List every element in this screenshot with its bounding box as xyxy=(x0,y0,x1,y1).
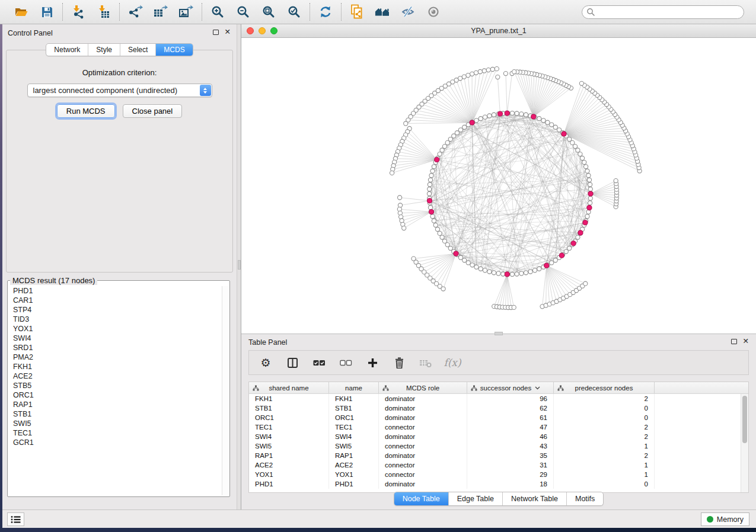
network-node[interactable] xyxy=(458,128,462,132)
tab-style[interactable]: Style xyxy=(88,44,120,56)
table-cell[interactable]: SWI5 xyxy=(329,441,379,451)
network-node[interactable] xyxy=(402,226,406,230)
select-all-button[interactable] xyxy=(312,355,326,370)
mcds-hub-node[interactable] xyxy=(544,263,549,268)
splitter-handle[interactable] xyxy=(238,260,241,270)
network-node[interactable] xyxy=(490,67,495,71)
network-node[interactable] xyxy=(576,235,580,239)
network-node[interactable] xyxy=(428,187,432,191)
mcds-result-item[interactable]: YOX1 xyxy=(8,324,221,334)
table-cell[interactable]: YOX1 xyxy=(249,470,329,479)
network-node[interactable] xyxy=(428,206,432,210)
table-cell[interactable]: PHD1 xyxy=(249,479,329,489)
network-node[interactable] xyxy=(487,270,492,274)
table-cell[interactable]: 2 xyxy=(554,432,655,441)
mcds-hub-node[interactable] xyxy=(562,132,566,136)
mcds-hub-node[interactable] xyxy=(435,157,439,162)
mcds-hub-node[interactable] xyxy=(559,253,564,258)
tab-edge-table[interactable]: Edge Table xyxy=(448,492,502,505)
network-node[interactable] xyxy=(432,165,436,169)
network-node[interactable] xyxy=(528,270,532,274)
network-node[interactable] xyxy=(515,111,519,116)
tab-network-table[interactable]: Network Table xyxy=(502,492,566,505)
close-panel-icon[interactable]: ✕ xyxy=(225,27,231,36)
network-node[interactable] xyxy=(570,140,575,145)
task-history-button[interactable] xyxy=(7,512,24,526)
refresh-view-button[interactable] xyxy=(318,4,333,20)
network-node[interactable] xyxy=(583,165,588,169)
network-node[interactable] xyxy=(483,115,487,119)
table-cell[interactable]: STB1 xyxy=(249,403,329,413)
network-node[interactable] xyxy=(448,137,452,141)
mcds-result-item[interactable]: SRD1 xyxy=(8,343,221,352)
network-node[interactable] xyxy=(588,201,592,205)
network-node[interactable] xyxy=(588,196,592,200)
mcds-hub-node[interactable] xyxy=(454,251,458,256)
network-node[interactable] xyxy=(519,271,524,275)
network-node[interactable] xyxy=(579,81,583,85)
table-scrollbar-thumb[interactable] xyxy=(742,396,747,443)
network-node[interactable] xyxy=(537,267,541,271)
import-network-button[interactable] xyxy=(71,4,86,20)
network-node[interactable] xyxy=(428,182,432,187)
network-node[interactable] xyxy=(580,156,584,160)
network-node[interactable] xyxy=(578,152,582,156)
tab-select[interactable]: Select xyxy=(120,44,155,56)
open-file-button[interactable] xyxy=(14,4,29,20)
table-cell[interactable]: 2 xyxy=(554,451,655,460)
table-cell[interactable]: ORC1 xyxy=(249,413,329,422)
table-cell[interactable]: 43 xyxy=(467,441,554,451)
table-cell[interactable]: connector xyxy=(379,441,467,451)
close-panel-button[interactable]: Close panel xyxy=(123,104,183,118)
network-node[interactable] xyxy=(466,261,470,265)
mcds-hub-node[interactable] xyxy=(505,111,509,116)
mcds-result-item[interactable]: STB1 xyxy=(8,409,221,419)
network-node[interactable] xyxy=(438,231,442,235)
table-row[interactable]: ORC1ORC1dominator610 xyxy=(249,413,748,422)
network-node[interactable] xyxy=(441,287,445,291)
network-node[interactable] xyxy=(553,258,557,262)
mcds-result-item[interactable]: SWI4 xyxy=(8,334,221,343)
export-image-button[interactable] xyxy=(178,4,194,20)
network-node[interactable] xyxy=(438,152,442,156)
table-cell[interactable]: 1 xyxy=(554,460,655,470)
table-row[interactable]: FKH1FKH1dominator962 xyxy=(249,394,748,403)
network-node[interactable] xyxy=(390,171,394,175)
network-node[interactable] xyxy=(553,125,557,129)
table-cell[interactable]: dominator xyxy=(379,413,467,422)
network-node[interactable] xyxy=(427,191,431,196)
network-node[interactable] xyxy=(586,174,591,178)
network-node[interactable] xyxy=(583,281,588,286)
network-node[interactable] xyxy=(492,271,496,275)
export-network-button[interactable] xyxy=(127,4,143,20)
import-table-button[interactable] xyxy=(96,4,111,20)
memory-button[interactable]: Memory xyxy=(701,512,749,526)
network-node[interactable] xyxy=(496,75,500,79)
mcds-hub-node[interactable] xyxy=(587,206,592,210)
network-node[interactable] xyxy=(524,271,528,275)
table-cell[interactable]: 62 xyxy=(467,403,554,413)
network-node[interactable] xyxy=(576,148,580,152)
mcds-result-item[interactable]: PMA2 xyxy=(8,352,221,362)
network-node[interactable] xyxy=(492,113,496,117)
table-cell[interactable]: FKH1 xyxy=(249,394,329,403)
mcds-result-item[interactable]: SWI5 xyxy=(8,419,221,428)
table-cell[interactable]: ACE2 xyxy=(249,460,329,470)
table-row[interactable]: TEC1TEC1connector472 xyxy=(249,422,748,432)
show-graphics-button[interactable] xyxy=(426,4,441,20)
mcds-result-item[interactable]: ORC1 xyxy=(8,390,221,400)
column-header-predecessor-nodes[interactable]: predecessor nodes xyxy=(554,382,655,393)
tab-motifs[interactable]: Motifs xyxy=(566,492,603,505)
network-node[interactable] xyxy=(470,263,474,267)
network-node[interactable] xyxy=(512,70,516,74)
network-node[interactable] xyxy=(435,227,439,231)
mcds-result-item[interactable]: STP4 xyxy=(8,305,221,315)
network-node[interactable] xyxy=(573,144,577,148)
column-header-successor-nodes[interactable]: successor nodes xyxy=(467,382,554,393)
mcds-hub-node[interactable] xyxy=(531,114,536,119)
table-cell[interactable]: RAP1 xyxy=(329,451,379,460)
mcds-result-item[interactable]: ACE2 xyxy=(8,371,221,381)
network-node[interactable] xyxy=(550,261,554,265)
table-cell[interactable]: dominator xyxy=(379,403,467,413)
tab-network[interactable]: Network xyxy=(46,44,88,56)
